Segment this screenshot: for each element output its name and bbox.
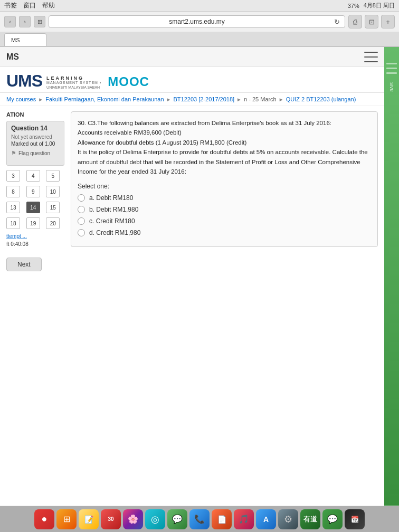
breadcrumb-sep-2: ► <box>166 97 172 102</box>
q-num-14[interactable]: 14 <box>26 202 40 213</box>
q-num-18[interactable]: 18 <box>6 217 20 229</box>
menubar: 书签 窗口 帮助 37% 4月8日 周日 <box>0 0 399 12</box>
dock-item-12[interactable]: 有道 <box>300 509 320 529</box>
dock-item-6[interactable]: 💬 <box>167 509 187 529</box>
breadcrumb: My courses ► Fakulti Perniagaan, Ekonomi… <box>0 93 384 106</box>
menu-help[interactable]: 帮助 <box>42 1 55 10</box>
q-num-3[interactable]: 3 <box>6 170 20 182</box>
hamburger-line-3 <box>364 61 378 62</box>
breadcrumb-course[interactable]: BT12203 [2-2017/2018] <box>173 96 234 102</box>
attempt-link[interactable]: ttempt ... <box>6 233 64 239</box>
option-b[interactable]: b. Debit RM1,980 <box>78 206 371 213</box>
dock-icon-8: 📄 <box>217 515 226 524</box>
question-grid-3: 13 14 15 <box>6 202 64 213</box>
dock-item-11[interactable]: ⚙ <box>278 509 298 529</box>
hamburger-menu[interactable] <box>364 52 378 62</box>
option-c[interactable]: c. Credit RM180 <box>78 217 371 225</box>
dock-icon-9: 🎵 <box>239 514 249 524</box>
back-button[interactable]: ‹ <box>4 16 16 27</box>
browser-content: MS UMS LEARNING MANAGEMENT SYSTEM • UNIV… <box>0 47 399 506</box>
dock-item-14[interactable]: 📆 <box>345 509 365 529</box>
dock-icon-2: 📝 <box>84 515 93 524</box>
option-a[interactable]: a. Debit RM180 <box>78 194 371 202</box>
date-time: 4月8日 周日 <box>364 2 395 10</box>
breadcrumb-date: n - 25 March <box>244 96 277 102</box>
url-text: smart2.ums.edu.my <box>169 18 224 25</box>
main-content: ATION Question 14 Not yet answered Marke… <box>0 106 384 252</box>
dock-item-8[interactable]: 📄 <box>212 509 232 529</box>
menubar-right: 37% 4月8日 周日 <box>348 2 395 10</box>
browser-toolbar: ‹ › ⊞ smart2.ums.edu.my ↻ ⎙ ⊡ + <box>0 12 399 32</box>
management-label: MANAGEMENT SYSTEM • <box>46 81 101 84</box>
radio-d[interactable] <box>78 229 85 236</box>
dock-icon-13: 💬 <box>327 514 338 524</box>
address-bar[interactable]: smart2.ums.edu.my ↻ <box>49 15 345 28</box>
q-num-10[interactable]: 10 <box>46 186 60 197</box>
breadcrumb-sep-4: ► <box>279 97 284 102</box>
dock-icon-1: ⊞ <box>63 514 70 524</box>
radio-a[interactable] <box>78 194 85 202</box>
tab-button[interactable]: ⊞ <box>34 16 45 27</box>
hamburger-line-2 <box>364 56 378 58</box>
active-tab[interactable]: MS <box>4 33 46 46</box>
q-num-8[interactable]: 8 <box>6 186 20 197</box>
breadcrumb-my-courses[interactable]: My courses <box>6 96 36 102</box>
radio-c[interactable] <box>78 217 85 225</box>
dock-item-7[interactable]: 📞 <box>189 509 210 529</box>
dock-icon-12: 有道 <box>303 515 317 524</box>
flag-icon: ⚑ <box>11 150 16 157</box>
dock-item-1[interactable]: ⊞ <box>56 509 77 529</box>
radio-b[interactable] <box>78 206 85 213</box>
dock-icon-14: 📆 <box>351 516 359 523</box>
dock-item-3[interactable]: 30 <box>101 509 121 529</box>
dock-item-0[interactable]: ● <box>34 509 54 529</box>
question-status: Not yet answered <box>11 134 60 140</box>
question-marked: Marked out of 1.00 <box>11 141 60 147</box>
bookmark-button[interactable]: ⊡ <box>365 15 378 28</box>
question-area: 30. C3.The following balances are extrac… <box>71 111 378 247</box>
q-num-4[interactable]: 4 <box>26 170 40 182</box>
q-num-9[interactable]: 9 <box>26 186 40 197</box>
dock-item-10[interactable]: A <box>256 509 276 529</box>
menu-window[interactable]: 窗口 <box>23 1 36 10</box>
dock-icon-5: ◎ <box>151 514 159 525</box>
dock-item-9[interactable]: 🎵 <box>234 509 254 529</box>
tab-bar: MS <box>0 32 399 46</box>
time-left: ft 0:40:08 <box>6 241 64 247</box>
flag-question-btn[interactable]: ⚑ Flag question <box>11 150 60 157</box>
ums-title: MS <box>6 52 19 62</box>
breadcrumb-faculty[interactable]: Fakulti Perniagaan, Ekonomi dan Perakaun… <box>45 96 164 102</box>
q-num-20[interactable]: 20 <box>46 217 60 229</box>
q-num-13[interactable]: 13 <box>6 202 20 213</box>
dock-item-5[interactable]: ◎ <box>145 509 165 529</box>
question-num-label: Question 14 <box>11 125 60 132</box>
left-sidebar: ATION Question 14 Not yet answered Marke… <box>6 111 64 247</box>
options-list: a. Debit RM180 b. Debit RM1,980 c. Credi… <box>78 194 371 236</box>
option-d-text: d. Credit RM1,980 <box>89 229 140 236</box>
right-panel: sive <box>384 47 399 506</box>
menu-bookmark[interactable]: 书签 <box>4 1 17 10</box>
breadcrumb-sep-1: ► <box>38 97 43 102</box>
share-button[interactable]: ⎙ <box>348 15 362 28</box>
add-tab-button[interactable]: + <box>381 15 395 28</box>
dock-icon-6: 💬 <box>172 514 183 524</box>
q-num-15[interactable]: 15 <box>46 202 60 213</box>
menubar-left: 书签 窗口 帮助 <box>4 1 55 10</box>
next-button[interactable]: Next <box>6 258 42 271</box>
q-num-19[interactable]: 19 <box>26 217 40 229</box>
battery-indicator: 37% <box>348 3 359 9</box>
panel-line-2 <box>386 68 397 69</box>
breadcrumb-quiz[interactable]: QUIZ 2 BT12203 (ulangan) <box>286 96 356 102</box>
option-d[interactable]: d. Credit RM1,980 <box>78 229 371 236</box>
panel-line-1 <box>386 63 397 64</box>
dock-item-4[interactable]: 🌸 <box>123 509 143 529</box>
q-num-5[interactable]: 5 <box>46 170 60 182</box>
question-text: 30. C3.The following balances are extrac… <box>78 118 371 176</box>
ums-logo: UMS LEARNING MANAGEMENT SYSTEM • UNIVERS… <box>6 72 149 89</box>
ums-letters: UMS <box>6 72 42 89</box>
reload-button[interactable]: ↻ <box>332 17 341 26</box>
dock-icon-4: 🌸 <box>128 514 138 524</box>
dock-item-2[interactable]: 📝 <box>79 509 99 529</box>
dock-item-13[interactable]: 💬 <box>322 509 343 529</box>
forward-button[interactable]: › <box>19 16 31 27</box>
